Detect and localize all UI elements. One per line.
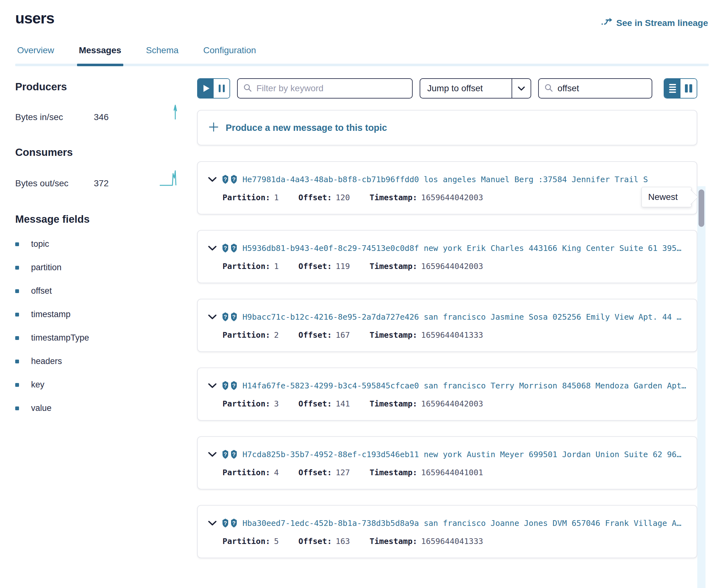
producers-heading: Producers <box>15 81 181 93</box>
timestamp-label: Timestamp: <box>370 262 417 271</box>
plus-icon <box>209 122 219 133</box>
expand-chevron-icon[interactable] <box>208 383 217 388</box>
tab-overview[interactable]: Overview <box>15 45 56 64</box>
message-card[interactable]: ? ? He77981da-4a43-48ab-b8f8-cb71b96ffdd… <box>197 161 697 214</box>
expand-chevron-icon[interactable] <box>208 521 217 526</box>
pause-button[interactable] <box>214 79 229 98</box>
tab-messages[interactable]: Messages <box>77 45 123 64</box>
expand-chevron-icon[interactable] <box>208 246 217 251</box>
svg-text:?: ? <box>224 520 227 526</box>
offset-value: 163 <box>336 537 350 546</box>
bytes-out-metric: Bytes out/sec 372 <box>15 169 181 189</box>
svg-text:?: ? <box>224 383 227 389</box>
timestamp-label: Timestamp: <box>370 193 417 202</box>
produce-message-button[interactable]: Produce a new message to this topic <box>197 110 697 145</box>
expand-chevron-icon[interactable] <box>208 314 217 320</box>
play-button[interactable] <box>198 79 214 98</box>
field-item-offset[interactable]: offset <box>15 286 181 296</box>
search-icon <box>544 84 553 93</box>
field-label: headers <box>31 356 62 366</box>
stream-lineage-link[interactable]: See in Stream lineage <box>601 17 708 29</box>
partition-value: 2 <box>274 331 279 340</box>
pause-icon <box>219 85 225 92</box>
message-list: ? ? He77981da-4a43-48ab-b8f8-cb71b96ffdd… <box>197 161 697 558</box>
messages-panel: Jump to offset <box>181 78 722 574</box>
metrics-sidebar: Producers Bytes in/sec 346 Consumers Byt… <box>15 78 181 574</box>
field-item-timestamptype[interactable]: timestampType <box>15 333 181 343</box>
lineage-arrow-icon <box>601 17 613 29</box>
message-preview: H7cda825b-35b7-4952-88ef-c193d546eb11 ne… <box>243 450 687 459</box>
offset-search-input[interactable] <box>557 83 672 93</box>
play-icon <box>204 85 209 92</box>
partition-value: 1 <box>274 262 279 271</box>
offset-label: Offset: <box>298 468 332 477</box>
field-label: timestampType <box>31 333 89 343</box>
svg-text:?: ? <box>224 451 227 458</box>
message-card[interactable]: ? ? H7cda825b-35b7-4952-88ef-c193d546eb1… <box>197 436 697 489</box>
tab-configuration[interactable]: Configuration <box>201 45 258 64</box>
expand-chevron-icon[interactable] <box>208 177 217 182</box>
svg-text:?: ? <box>224 176 227 183</box>
message-preview: Hba30eed7-1edc-452b-8b1a-738d3b5d8a9a sa… <box>243 519 687 528</box>
column-view-icon <box>685 84 692 92</box>
timestamp-value: 1659644041333 <box>421 331 483 340</box>
partition-label: Partition: <box>223 537 270 546</box>
message-card[interactable]: ? ? H14fa67fe-5823-4299-b3c4-595845cfcae… <box>197 368 697 421</box>
bytes-in-label: Bytes in/sec <box>15 112 94 122</box>
timestamp-value: 1659644041333 <box>421 537 483 546</box>
field-item-headers[interactable]: headers <box>15 356 181 366</box>
svg-text:?: ? <box>232 520 235 526</box>
field-label: offset <box>31 286 52 296</box>
square-bullet-icon <box>15 336 19 340</box>
expand-chevron-icon[interactable] <box>208 452 217 457</box>
field-label: value <box>31 403 51 413</box>
messages-scrollbar-track[interactable] <box>697 186 705 588</box>
message-card[interactable]: ? ? H9bacc71c-b12c-4216-8e95-2a7da727e42… <box>197 299 697 352</box>
svg-text:?: ? <box>232 314 235 320</box>
column-view-button[interactable] <box>680 79 697 98</box>
message-card[interactable]: ? ? H5936db81-b943-4e0f-8c29-74513e0c0d8… <box>197 230 697 283</box>
field-item-topic[interactable]: topic <box>15 239 181 249</box>
timestamp-value: 1659644042003 <box>421 193 483 202</box>
offset-value: 141 <box>336 399 350 408</box>
offset-label: Offset: <box>298 399 332 408</box>
message-fields-list: topic partition offset timestamp timesta… <box>15 239 181 413</box>
jump-to-offset-value: Jump to offset <box>420 79 512 98</box>
jump-to-offset-select[interactable]: Jump to offset <box>420 78 531 99</box>
field-label: key <box>31 380 44 390</box>
offset-value: 127 <box>336 468 350 477</box>
message-preview: H5936db81-b943-4e0f-8c29-74513e0c0d8f ne… <box>243 244 687 253</box>
field-item-timestamp[interactable]: timestamp <box>15 310 181 319</box>
serde-unknown-badge-icons: ? ? <box>222 449 238 459</box>
messages-toolbar: Jump to offset <box>197 78 697 99</box>
topic-page: users See in Stream lineage Overview Mes… <box>0 0 722 588</box>
partition-label: Partition: <box>223 193 270 202</box>
square-bullet-icon <box>15 289 19 293</box>
filter-keyword-box <box>237 78 413 99</box>
list-view-button[interactable] <box>664 79 680 98</box>
partition-value: 3 <box>274 399 279 408</box>
filter-keyword-input[interactable] <box>256 83 406 93</box>
produce-message-label: Produce a new message to this topic <box>226 123 387 133</box>
field-item-value[interactable]: value <box>15 403 181 413</box>
partition-label: Partition: <box>223 468 270 477</box>
offset-value: 119 <box>336 262 350 271</box>
message-card[interactable]: ? ? Hba30eed7-1edc-452b-8b1a-738d3b5d8a9… <box>197 505 697 558</box>
square-bullet-icon <box>15 383 19 387</box>
partition-value: 1 <box>274 193 279 202</box>
list-view-icon <box>669 84 676 93</box>
serde-unknown-badge-icons: ? ? <box>222 243 238 253</box>
serde-unknown-badge-icons: ? ? <box>222 381 238 390</box>
timestamp-label: Timestamp: <box>370 537 417 546</box>
square-bullet-icon <box>15 360 19 363</box>
svg-text:?: ? <box>224 245 227 251</box>
field-item-key[interactable]: key <box>15 380 181 390</box>
tab-schema[interactable]: Schema <box>144 45 181 64</box>
timestamp-label: Timestamp: <box>370 331 417 340</box>
square-bullet-icon <box>15 406 19 410</box>
bytes-in-value: 346 <box>94 112 109 122</box>
bytes-in-sparkline <box>172 104 179 122</box>
field-item-partition[interactable]: partition <box>15 262 181 272</box>
messages-scrollbar-thumb[interactable] <box>699 189 704 227</box>
message-preview: He77981da-4a43-48ab-b8f8-cb71b96ffdd0 lo… <box>243 175 687 184</box>
